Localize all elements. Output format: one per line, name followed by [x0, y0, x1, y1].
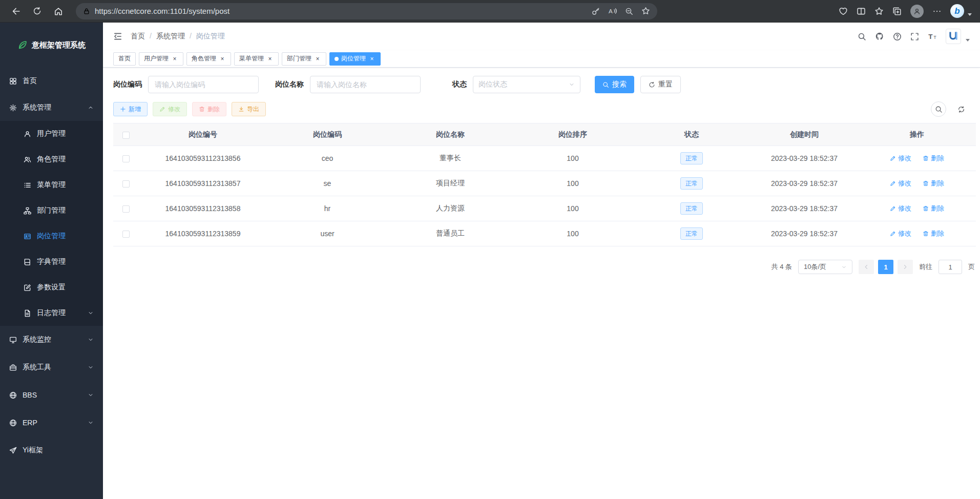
prev-page-button[interactable] — [859, 260, 874, 274]
home-icon — [54, 7, 63, 16]
fullscreen-icon[interactable] — [910, 32, 919, 41]
export-button[interactable]: 导出 — [232, 102, 266, 116]
chevron-left-icon — [863, 264, 869, 270]
tab-roles[interactable]: 角色管理 — [186, 52, 231, 66]
post-name-input[interactable] — [310, 76, 421, 93]
split-screen-icon[interactable] — [857, 7, 866, 16]
sidebar-item-tools[interactable]: 系统工具 — [0, 354, 103, 381]
close-icon[interactable] — [266, 55, 274, 63]
user-avatar[interactable] — [946, 29, 961, 44]
password-key-icon[interactable] — [592, 7, 600, 15]
sidebar-item-roles[interactable]: 角色管理 — [0, 147, 103, 172]
close-icon[interactable] — [314, 55, 321, 63]
row-edit-link[interactable]: 修改 — [890, 204, 911, 213]
refresh-table-button[interactable] — [953, 101, 969, 117]
browser-back-button[interactable] — [6, 3, 25, 20]
browser-home-button[interactable] — [49, 3, 68, 20]
trash-icon — [923, 155, 929, 161]
row-delete-link[interactable]: 删除 — [923, 229, 944, 238]
close-icon[interactable] — [368, 55, 376, 63]
filter-form: 岗位编码 岗位名称 状态 岗位状态 — [113, 76, 976, 93]
tab-posts-active[interactable]: 岗位管理 — [329, 52, 381, 66]
edit-pen-icon — [159, 106, 165, 112]
user-menu-caret-icon[interactable] — [966, 39, 970, 41]
github-icon[interactable] — [875, 32, 884, 41]
main-area: 首页 系统管理 岗位管理 TT 首页 — [103, 23, 980, 499]
sidebar-item-system[interactable]: 系统管理 — [0, 94, 103, 121]
help-icon[interactable] — [893, 32, 902, 41]
row-edit-link[interactable]: 修改 — [890, 154, 911, 163]
read-aloud-icon[interactable]: A — [608, 7, 617, 15]
chevron-down-icon — [88, 337, 94, 343]
sidebar-item-bbs[interactable]: BBS — [0, 381, 103, 409]
browser-essentials-icon[interactable] — [839, 7, 848, 16]
browser-more-icon[interactable] — [932, 7, 942, 16]
page-number-button[interactable]: 1 — [878, 260, 893, 274]
sidebar-item-dictionary[interactable]: 字典管理 — [0, 249, 103, 275]
zoom-icon[interactable] — [625, 7, 633, 15]
row-delete-link[interactable]: 删除 — [923, 154, 944, 163]
tab-home[interactable]: 首页 — [113, 52, 136, 66]
status-badge: 正常 — [680, 227, 703, 240]
reset-button[interactable]: 重置 — [640, 76, 681, 93]
chevron-down-icon — [841, 264, 847, 270]
select-all-checkbox[interactable] — [122, 132, 130, 139]
close-icon[interactable] — [219, 55, 226, 63]
sidebar-item-yi-framework[interactable]: Yi框架 — [0, 436, 103, 464]
font-size-icon[interactable]: TT — [928, 32, 937, 41]
sidebar-item-home[interactable]: 首页 — [0, 68, 103, 94]
row-checkbox[interactable] — [122, 155, 130, 162]
sidebar-item-menus[interactable]: 菜单管理 — [0, 172, 103, 198]
row-edit-label: 修改 — [898, 154, 911, 163]
sidebar-item-posts[interactable]: 岗位管理 — [0, 223, 103, 249]
back-arrow-icon — [11, 7, 20, 16]
sidebar-item-users[interactable]: 用户管理 — [0, 121, 103, 147]
search-button[interactable]: 搜索 — [595, 76, 634, 93]
yi-logo-icon — [946, 29, 961, 44]
address-bar[interactable]: https://ccnetcore.com:1101/system/post A — [76, 3, 657, 19]
browser-refresh-button[interactable] — [28, 3, 46, 20]
page-size-select[interactable]: 10条/页 — [798, 260, 852, 274]
row-checkbox[interactable] — [122, 231, 130, 238]
add-button[interactable]: 新增 — [113, 102, 148, 116]
row-edit-link[interactable]: 修改 — [890, 179, 911, 188]
sidebar-item-erp[interactable]: ERP — [0, 409, 103, 436]
row-checkbox[interactable] — [122, 205, 130, 213]
post-id-cell: 1641030593112313857 — [139, 171, 267, 196]
table-row: 1641030593112313858 hr 人力资源 100 正常 2023-… — [113, 196, 976, 221]
browser-profile-avatar[interactable] — [910, 5, 924, 18]
collections-icon[interactable] — [892, 7, 902, 16]
next-page-button[interactable] — [898, 260, 913, 274]
goto-page-input[interactable] — [939, 260, 962, 274]
sidebar-item-parameters[interactable]: 参数设置 — [0, 275, 103, 300]
goto-unit: 页 — [968, 262, 975, 272]
tab-users[interactable]: 用户管理 — [139, 52, 183, 66]
search-icon[interactable] — [858, 32, 866, 41]
sidebar-item-monitor[interactable]: 系统监控 — [0, 326, 103, 354]
edit-button[interactable]: 修改 — [153, 102, 187, 116]
browser-toolbar — [839, 4, 974, 18]
breadcrumb-home[interactable]: 首页 — [131, 32, 145, 41]
row-delete-link[interactable]: 删除 — [923, 204, 944, 213]
tab-menus[interactable]: 菜单管理 — [234, 52, 279, 66]
sidebar-item-logs[interactable]: 日志管理 — [0, 300, 103, 326]
url-text[interactable]: https://ccnetcore.com:1101/system/post — [95, 7, 587, 15]
row-delete-link[interactable]: 删除 — [923, 179, 944, 188]
close-icon[interactable] — [171, 55, 178, 63]
delete-button[interactable]: 删除 — [192, 102, 226, 116]
breadcrumb-system[interactable]: 系统管理 — [145, 32, 185, 41]
sidebar-collapse-icon[interactable] — [113, 32, 122, 41]
status-select[interactable]: 岗位状态 — [473, 76, 580, 93]
tab-departments[interactable]: 部门管理 — [282, 52, 326, 66]
org-tree-icon — [24, 207, 31, 215]
favorites-add-icon[interactable] — [641, 7, 650, 15]
post-code-input[interactable] — [148, 76, 259, 93]
row-edit-link[interactable]: 修改 — [890, 229, 911, 238]
copilot-caret-icon[interactable] — [968, 13, 972, 16]
favorites-bar-icon[interactable] — [874, 7, 884, 16]
row-checkbox[interactable] — [122, 180, 130, 188]
bing-copilot-icon[interactable] — [950, 4, 964, 18]
globe-icon — [9, 391, 17, 399]
sidebar-item-departments[interactable]: 部门管理 — [0, 198, 103, 223]
toggle-search-button[interactable] — [931, 101, 946, 117]
